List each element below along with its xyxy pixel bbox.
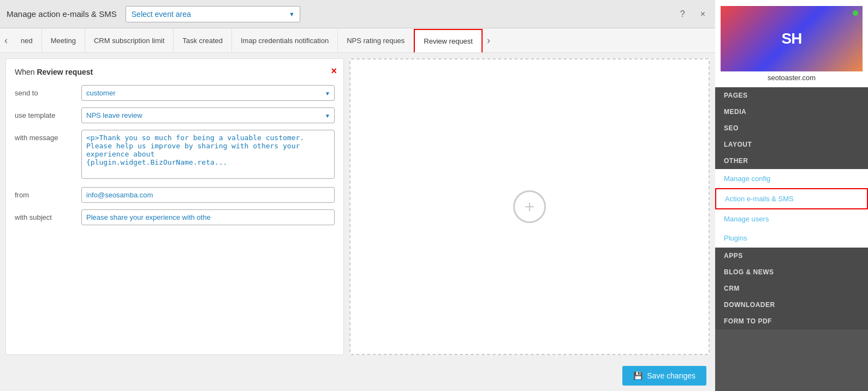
nav-item-manage-users[interactable]: Manage users bbox=[715, 209, 868, 228]
from-label: from bbox=[15, 187, 75, 199]
use-template-select-wrapper[interactable]: NPS leave review bbox=[81, 107, 335, 123]
canvas-panel: + bbox=[349, 58, 710, 355]
brand-domain: seotoaster.com bbox=[768, 74, 816, 82]
tab-next-button[interactable]: › bbox=[483, 28, 495, 52]
nav-section-downloader[interactable]: DOWNLOADER bbox=[715, 297, 868, 313]
form-row-message: with message <p>Thank you so much for be… bbox=[15, 130, 335, 181]
brand-area: SH seotoaster.com bbox=[715, 0, 868, 87]
dialog-footer: 💾 Save changes bbox=[0, 360, 715, 391]
form-row-from: from bbox=[15, 187, 335, 203]
form-row-template: use template NPS leave review bbox=[15, 107, 335, 123]
right-sidebar: SH seotoaster.com PAGES MEDIA SEO LAYOUT… bbox=[715, 0, 868, 391]
with-subject-label: with subject bbox=[15, 209, 75, 221]
tab-meeting[interactable]: Meeting bbox=[42, 28, 85, 52]
tab-crm-subscription[interactable]: CRM subscription limit bbox=[85, 28, 174, 52]
form-event-name: Review request bbox=[37, 68, 93, 76]
send-to-control: customer bbox=[81, 85, 335, 101]
dialog-body: When Review request × send to customer u… bbox=[0, 53, 715, 360]
with-subject-input[interactable] bbox=[81, 209, 335, 225]
add-icon: + bbox=[525, 197, 535, 217]
tab-task-created[interactable]: Task created bbox=[174, 28, 232, 52]
save-changes-button[interactable]: 💾 Save changes bbox=[622, 366, 706, 386]
nav-section-crm[interactable]: CRM bbox=[715, 280, 868, 297]
form-panel: When Review request × send to customer u… bbox=[5, 58, 344, 355]
form-row-subject: with subject bbox=[15, 209, 335, 225]
nav-section-seo[interactable]: SEO bbox=[715, 120, 868, 136]
brand-image: SH bbox=[721, 6, 863, 71]
with-message-label: with message bbox=[15, 130, 75, 142]
nav-section-form-to-pdf[interactable]: FORM TO PDF bbox=[715, 313, 868, 329]
notification-dot bbox=[853, 10, 858, 16]
send-to-label: send to bbox=[15, 85, 75, 97]
add-element-button[interactable]: + bbox=[513, 190, 546, 223]
nav-section-media[interactable]: MEDIA bbox=[715, 104, 868, 120]
nav-section-blog[interactable]: BLOG & NEWS bbox=[715, 264, 868, 280]
event-area-dropdown[interactable]: Select event area bbox=[126, 6, 300, 22]
tab-imap-credentials[interactable]: Imap credentials notification bbox=[232, 28, 338, 52]
use-template-select[interactable]: NPS leave review bbox=[81, 107, 335, 123]
tab-ned[interactable]: ned bbox=[12, 28, 42, 52]
event-area-select-wrapper[interactable]: Select event area bbox=[126, 6, 300, 22]
help-button[interactable]: ? bbox=[677, 7, 688, 21]
nav-section-pages[interactable]: PAGES bbox=[715, 87, 868, 104]
with-message-control: <p>Thank you so much for being a valuabl… bbox=[81, 130, 335, 181]
send-to-select[interactable]: customer bbox=[81, 85, 335, 101]
nav-section-layout[interactable]: LAYOUT bbox=[715, 136, 868, 153]
nav-item-manage-config[interactable]: Manage config bbox=[715, 169, 868, 188]
close-form-button[interactable]: × bbox=[331, 65, 337, 77]
nav-section-other[interactable]: OTHER bbox=[715, 153, 868, 169]
brand-initials: SH bbox=[782, 30, 802, 47]
from-control bbox=[81, 187, 335, 203]
use-template-control: NPS leave review bbox=[81, 107, 335, 123]
tab-prev-button[interactable]: ‹ bbox=[0, 28, 12, 52]
form-title: When Review request bbox=[15, 68, 335, 76]
from-input[interactable] bbox=[81, 187, 335, 203]
sidebar-nav: PAGES MEDIA SEO LAYOUT OTHER Manage conf… bbox=[715, 87, 868, 391]
main-area: Manage action e-mails & SMS Select event… bbox=[0, 0, 715, 391]
with-subject-control bbox=[81, 209, 335, 225]
save-icon: 💾 bbox=[633, 371, 643, 380]
dialog-header: Manage action e-mails & SMS Select event… bbox=[0, 0, 715, 28]
tab-nps-rating[interactable]: NPS rating reques bbox=[338, 28, 414, 52]
form-row-send-to: send to customer bbox=[15, 85, 335, 101]
save-label: Save changes bbox=[647, 371, 695, 380]
tabs-bar: ‹ ned Meeting CRM subscription limit Tas… bbox=[0, 28, 715, 53]
send-to-select-wrapper[interactable]: customer bbox=[81, 85, 335, 101]
nav-item-plugins[interactable]: Plugins bbox=[715, 228, 868, 248]
close-dialog-button[interactable]: × bbox=[697, 7, 709, 21]
nav-section-apps[interactable]: APPS bbox=[715, 248, 868, 264]
nav-item-action-emails[interactable]: Action e-mails & SMS bbox=[715, 188, 868, 209]
tab-review-request[interactable]: Review request bbox=[414, 29, 483, 53]
with-message-textarea[interactable]: <p>Thank you so much for being a valuabl… bbox=[81, 130, 335, 179]
dialog-title: Manage action e-mails & SMS bbox=[7, 9, 117, 19]
use-template-label: use template bbox=[15, 107, 75, 119]
